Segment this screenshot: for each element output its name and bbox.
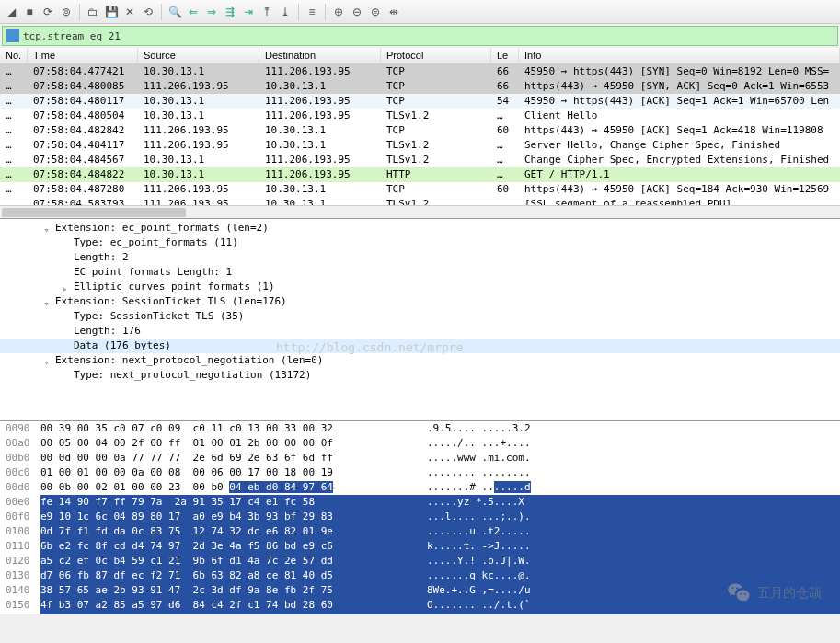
prev-icon[interactable]: ⇐ (185, 4, 201, 20)
cell-proto: HTTP (381, 167, 491, 182)
hex-row[interactable]: 00f0e9 10 1c 6c 04 89 80 17 a0 e9 b4 3b … (0, 510, 840, 524)
stop-icon[interactable]: ■ (21, 4, 38, 20)
packet-row[interactable]: …07:58:04.47742110.30.13.1111.206.193.95… (0, 64, 840, 79)
hex-bytes: 0d 7f f1 fd da 0c 83 75 12 74 32 dc e6 8… (40, 524, 427, 539)
first-icon[interactable]: ⤒ (259, 4, 275, 20)
next-icon[interactable]: ⇒ (203, 4, 220, 20)
hex-bytes: e9 10 1c 6c 04 89 80 17 a0 e9 b4 3b 93 b… (40, 510, 427, 524)
detail-text: Length: 176 (74, 325, 141, 337)
detail-line[interactable]: Type: SessionTicket TLS (35) (0, 309, 840, 324)
hex-row[interactable]: 009000 39 00 35 c0 07 c0 09 c0 11 c0 13 … (0, 421, 840, 436)
cell-len: … (491, 153, 519, 167)
find-icon[interactable]: 🔍 (167, 4, 183, 20)
cell-dst: 111.206.193.95 (259, 153, 381, 167)
hex-row[interactable]: 00c001 00 01 00 00 0a 00 08 00 06 00 17 … (0, 465, 840, 480)
autoscroll-icon[interactable]: ≡ (304, 4, 320, 20)
cell-info: Change Cipher Spec, Encrypted Extensions… (519, 153, 840, 167)
toggle-icon[interactable]: ▿ (44, 355, 53, 364)
zoom-out-icon[interactable]: ⊖ (349, 4, 365, 20)
packet-row[interactable]: …07:58:04.484117111.206.193.9510.30.13.1… (0, 138, 840, 153)
hex-row[interactable]: 01106b e2 fc 8f cd d4 74 97 2d 3e 4a f5 … (0, 539, 840, 554)
hex-ascii: k.....t. ->J..... (427, 539, 840, 554)
hex-offset: 00c0 (0, 465, 40, 480)
detail-text: EC point formats Length: 1 (74, 266, 232, 278)
detail-line[interactable]: Length: 2 (0, 250, 840, 265)
open-icon[interactable]: 🗀 (85, 4, 101, 20)
packet-row[interactable]: …07:58:04.48011710.30.13.1111.206.193.95… (0, 94, 840, 109)
packet-row[interactable]: …07:58:04.48456710.30.13.1111.206.193.95… (0, 153, 840, 167)
detail-line[interactable]: Type: next_protocol_negotiation (13172) (0, 368, 840, 383)
detail-line[interactable]: EC point formats Length: 1 (0, 265, 840, 280)
last-icon[interactable]: ⤓ (277, 4, 293, 20)
hex-row[interactable]: 01504f b3 07 a2 85 a5 97 d6 84 c4 2f c1 … (0, 598, 840, 613)
detail-line[interactable]: Length: 176 (0, 324, 840, 339)
packet-row[interactable]: …07:58:04.48482210.30.13.1111.206.193.95… (0, 167, 840, 182)
hex-bytes: 00 0b 00 02 01 00 00 23 00 b0 04 eb d0 8… (40, 480, 427, 495)
hex-bytes: ce 79 1c d9 a0 04 81 a4 79 5e 0d 03 b2 7… (40, 613, 427, 614)
display-filter-bar[interactable] (2, 26, 838, 46)
col-proto[interactable]: Protocol (381, 48, 491, 63)
toggle-icon[interactable]: ▹ (63, 281, 72, 291)
col-src[interactable]: Source (138, 48, 259, 63)
col-len[interactable]: Le (491, 48, 519, 63)
cell-info: Client Hello (519, 109, 840, 123)
main-toolbar: ◢ ■ ⟳ ⊚ 🗀 💾 ✕ ⟲ 🔍 ⇐ ⇒ ⇶ ⇥ ⤒ ⤓ ≡ ⊕ ⊖ ⊜ ⇹ (0, 0, 840, 24)
h-scrollbar[interactable] (0, 205, 840, 218)
filter-bookmark-icon[interactable] (6, 29, 19, 42)
toggle-icon[interactable]: ▿ (44, 296, 53, 305)
detail-text: Elliptic curves point formats (1) (74, 281, 275, 293)
hex-offset: 00b0 (0, 451, 40, 465)
detail-text: Extension: next_protocol_negotiation (le… (55, 354, 323, 366)
cell-src: 111.206.193.95 (138, 123, 259, 138)
hex-row[interactable]: 01000d 7f f1 fd da 0c 83 75 12 74 32 dc … (0, 524, 840, 539)
cell-info: GET / HTTP/1.1 (519, 167, 840, 182)
resize-cols-icon[interactable]: ⇹ (385, 4, 402, 20)
cell-src: 111.206.193.95 (138, 182, 259, 197)
cell-len: 66 (491, 79, 519, 94)
packet-row[interactable]: …07:58:04.487280111.206.193.9510.30.13.1… (0, 182, 840, 197)
zoom-in-icon[interactable]: ⊕ (330, 4, 347, 20)
shark-fin-icon[interactable]: ◢ (3, 4, 19, 20)
hex-ascii: .y...... y^...v?. (427, 613, 840, 614)
detail-line[interactable]: ▿Extension: SessionTicket TLS (len=176) (0, 294, 840, 309)
cell-src: 10.30.13.1 (138, 167, 259, 182)
hex-row[interactable]: 0120a5 c2 ef 0c b4 59 c1 21 9b 6f d1 4a … (0, 554, 840, 568)
goto-icon[interactable]: ⇥ (240, 4, 257, 20)
cell-len: 60 (491, 182, 519, 197)
jump-icon[interactable]: ⇶ (222, 4, 238, 20)
hex-row[interactable]: 0130d7 06 fb 87 df ec f2 71 6b 63 82 a8 … (0, 568, 840, 583)
toggle-icon[interactable]: ▿ (44, 223, 53, 232)
cell-dst: 10.30.13.1 (259, 123, 381, 138)
hex-row[interactable]: 0160ce 79 1c d9 a0 04 81 a4 79 5e 0d 03 … (0, 613, 840, 614)
col-no[interactable]: No. (0, 48, 28, 63)
zoom-reset-icon[interactable]: ⊜ (367, 4, 384, 20)
col-info[interactable]: Info (519, 48, 840, 63)
col-time[interactable]: Time (28, 48, 138, 63)
packet-row[interactable]: …07:58:04.48050410.30.13.1111.206.193.95… (0, 109, 840, 123)
detail-line[interactable]: ▿Extension: ec_point_formats (len=2) (0, 221, 840, 235)
options-icon[interactable]: ⊚ (58, 4, 75, 20)
hex-offset: 0120 (0, 554, 40, 568)
hex-row[interactable]: 00e0fe 14 90 f7 ff 79 7a 2a 91 35 17 c4 … (0, 495, 840, 510)
detail-line[interactable]: Data (176 bytes) (0, 339, 840, 353)
col-dst[interactable]: Destination (259, 48, 381, 63)
detail-line[interactable]: Type: ec_point_formats (11) (0, 235, 840, 250)
hex-row[interactable]: 00b000 0d 00 00 0a 77 77 77 2e 6d 69 2e … (0, 451, 840, 465)
cell-src: 10.30.13.1 (138, 153, 259, 167)
cell-time: 07:58:04.484822 (28, 167, 138, 182)
detail-line[interactable]: ▿Extension: next_protocol_negotiation (l… (0, 353, 840, 368)
display-filter-input[interactable] (23, 30, 834, 42)
packet-row[interactable]: …07:58:04.482842111.206.193.9510.30.13.1… (0, 123, 840, 138)
hex-row[interactable]: 00d000 0b 00 02 01 00 00 23 00 b0 04 eb … (0, 480, 840, 495)
hex-ascii: .......# .......d (427, 480, 840, 495)
save-icon[interactable]: 💾 (103, 4, 120, 20)
hex-row[interactable]: 00a000 05 00 04 00 2f 00 ff 01 00 01 2b … (0, 436, 840, 451)
detail-line[interactable]: ▹Elliptic curves point formats (1) (0, 280, 840, 294)
packet-row[interactable]: …07:58:04.480085111.206.193.9510.30.13.1… (0, 79, 840, 94)
hex-row[interactable]: 014038 57 65 ae 2b 93 91 47 2c 3d df 9a … (0, 583, 840, 598)
cell-time: 07:58:04.477421 (28, 64, 138, 79)
reload-icon[interactable]: ⟲ (140, 4, 156, 20)
packet-list-header[interactable]: No. Time Source Destination Protocol Le … (0, 48, 840, 64)
close-icon[interactable]: ✕ (121, 4, 138, 20)
restart-icon[interactable]: ⟳ (40, 4, 56, 20)
